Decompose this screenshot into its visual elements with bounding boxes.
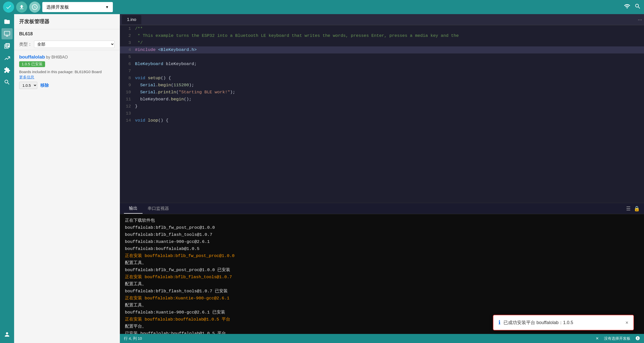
- filter-label: 类型：: [19, 41, 32, 47]
- line-num-6: 6: [120, 61, 135, 68]
- line-num-1: 1: [120, 25, 135, 32]
- sidebar-item-folder[interactable]: [2, 16, 13, 27]
- code-editor[interactable]: 1 /** 2 * This example turns the ESP32 i…: [120, 25, 644, 203]
- debug-button[interactable]: [29, 2, 40, 13]
- output-lock-icon[interactable]: 🔒: [634, 206, 640, 212]
- output-tab-icons: ☰ 🔒: [626, 206, 640, 212]
- code-line-3: 3 */: [120, 39, 644, 46]
- output-line-4: bouffalolab:Xuantie-900-gcc@2.6.1: [125, 238, 639, 245]
- output-line-6: 正在安装 bouffalolab:bflb_fw_post_proc@1.0.0: [125, 252, 639, 260]
- board-selector[interactable]: 选择开发板 ▼: [42, 2, 113, 12]
- board-manager-panel: 开发板管理器 BL618 类型： 全部 官方 第三方 bouffalolab b…: [14, 14, 120, 343]
- package-actions: 1.0.5 移除: [19, 82, 115, 89]
- chevron-down-icon: ▼: [105, 5, 109, 9]
- line-num-14: 14: [120, 117, 135, 124]
- code-line-5: 5: [120, 53, 644, 61]
- signal-icon: [624, 3, 630, 11]
- line-num-10: 10: [120, 89, 135, 96]
- toast-info-icon: ℹ: [498, 319, 500, 326]
- status-right: ✕ 没有选择开发板 1: [596, 336, 640, 341]
- code-line-14: 14 void loop() {: [120, 117, 644, 124]
- output-line-7: 配置工具。: [125, 260, 639, 267]
- line-content-4: #include <BleKeyboard.h>: [135, 46, 644, 53]
- svg-text:1: 1: [637, 337, 638, 340]
- version-select[interactable]: 1.0.5: [19, 82, 37, 89]
- line-content-14: void loop() {: [135, 117, 644, 124]
- editor-tabs: 1.ino ···: [120, 14, 644, 25]
- output-line-9: 正在安装 bouffalolab:bflb_flash_tools@1.0.7: [125, 274, 639, 281]
- line-num-13: 13: [120, 110, 135, 117]
- output-line-5: bouffalolab:bouffalolab@1.0.5: [125, 245, 639, 252]
- tab-more-button[interactable]: ···: [638, 17, 642, 22]
- line-content-3: */: [135, 39, 644, 46]
- output-line-17: 已安装 bouffalolab:bouffalolab@1.0.5 平台: [125, 330, 639, 334]
- output-menu-icon[interactable]: ☰: [626, 206, 631, 212]
- output-panel: 输出 串口监视器 ☰ 🔒 正在下载软件包 bouffalolab:bflb_fw…: [120, 203, 644, 334]
- package-badge: 1.0.5 已安装: [19, 61, 45, 67]
- toast-message: 已成功安装平台 bouffalolab：1.0.5: [503, 320, 573, 326]
- svg-rect-1: [4, 31, 10, 35]
- code-line-7: 7: [120, 68, 644, 75]
- line-num-5: 5: [120, 53, 135, 61]
- code-line-9: 9 Serial.begin(115200);: [120, 82, 644, 89]
- toast-notification: ℹ 已成功安装平台 bouffalolab：1.0.5 ×: [493, 315, 634, 330]
- line-content-2: * This example turns the ESP32 into a Bl…: [135, 32, 644, 39]
- editor-area: 1.ino ··· 1 /** 2 * This example turns t…: [120, 14, 644, 343]
- search-toolbar-icon[interactable]: [634, 3, 641, 11]
- tab-serial-monitor[interactable]: 串口监视器: [143, 204, 174, 213]
- code-line-4: 4 #include <BleKeyboard.h>: [120, 46, 644, 53]
- sidebar-item-boards[interactable]: [2, 28, 13, 39]
- sidebar-item-user[interactable]: [2, 329, 13, 340]
- sidebar-item-plugin[interactable]: [2, 65, 13, 76]
- toast-close-button[interactable]: ×: [625, 320, 628, 326]
- tab-output[interactable]: 输出: [124, 203, 143, 214]
- line-num-11: 11: [120, 96, 135, 103]
- panel-board-name: BL618: [14, 29, 120, 39]
- package-boards-desc: Boards included in this package: BL618G0…: [19, 70, 115, 74]
- verify-button[interactable]: [3, 2, 14, 13]
- line-num-3: 3: [120, 39, 135, 46]
- line-content-6: BleKeyboard bleKeyboard;: [135, 61, 644, 68]
- package-more-link[interactable]: 更多信息: [19, 75, 34, 79]
- output-line-12: 正在安装 bouffalolab:Xuantie-900-gcc@2.6.1: [125, 295, 639, 302]
- sidebar-item-libraries[interactable]: [2, 40, 13, 51]
- panel-title: 开发板管理器: [19, 19, 49, 24]
- panel-header: 开发板管理器: [14, 14, 120, 29]
- line-num-12: 12: [120, 103, 135, 110]
- status-no-board: 没有选择开发板: [604, 336, 630, 341]
- code-line-11: 11 bleKeyboard.begin();: [120, 96, 644, 103]
- code-line-13: 13: [120, 110, 644, 117]
- code-line-8: 8 void setup() {: [120, 75, 644, 82]
- line-num-2: 2: [120, 32, 135, 39]
- output-line-1: 正在下载软件包: [125, 217, 639, 224]
- status-position: 行 4, 列 10: [124, 336, 142, 341]
- package-item: bouffalolab by BH6BAO 1.0.5 已安装 Boards i…: [14, 50, 120, 93]
- line-content-1: /**: [135, 25, 644, 32]
- code-line-1: 1 /**: [120, 25, 644, 32]
- line-content-10: Serial.println("Starting BLE work!");: [135, 89, 644, 96]
- toolbar-right: [624, 3, 641, 11]
- icon-sidebar: [0, 14, 14, 343]
- remove-button[interactable]: 移除: [40, 82, 49, 88]
- status-error-count: 1: [635, 336, 640, 341]
- line-content-9: Serial.begin(115200);: [135, 82, 644, 89]
- tab-serial-monitor-label: 串口监视器: [148, 206, 169, 211]
- line-num-9: 9: [120, 82, 135, 89]
- output-line-13: 配置工具。: [125, 302, 639, 309]
- output-line-3: bouffalolab:bflb_flash_tools@1.0.7: [125, 231, 639, 238]
- code-line-2: 2 * This example turns the ESP32 into a …: [120, 32, 644, 39]
- code-line-6: 6 BleKeyboard bleKeyboard;: [120, 61, 644, 68]
- line-content-11: bleKeyboard.begin();: [135, 96, 644, 103]
- upload-button[interactable]: [16, 2, 27, 13]
- sidebar-item-search[interactable]: [2, 77, 13, 88]
- status-error-icon: ✕: [596, 336, 599, 341]
- line-num-4: 4: [120, 46, 135, 53]
- sidebar-item-chart[interactable]: [2, 52, 13, 64]
- output-tabs: 输出 串口监视器 ☰ 🔒: [120, 203, 644, 214]
- filter-select[interactable]: 全部 官方 第三方: [34, 41, 115, 48]
- editor-tab-ino[interactable]: 1.ino: [122, 15, 141, 24]
- line-content-8: void setup() {: [135, 75, 644, 82]
- tab-output-label: 输出: [129, 206, 138, 211]
- output-line-8: bouffalolab:bflb_fw_post_proc@1.0.0 已安装: [125, 267, 639, 274]
- output-line-11: bouffalolab:bflb_flash_tools@1.0.7 已安装: [125, 288, 639, 295]
